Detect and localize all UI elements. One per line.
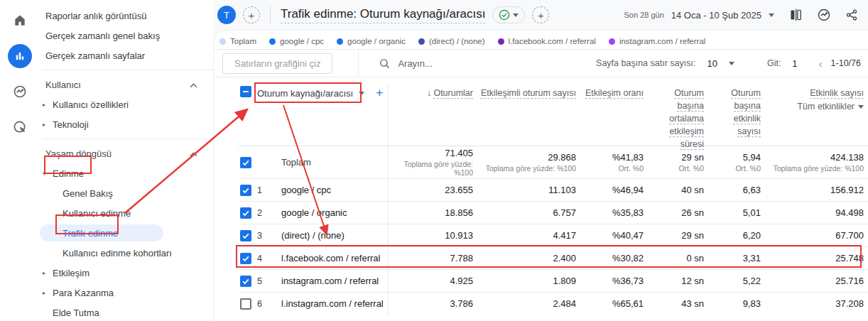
sidebar-divider — [43, 138, 213, 139]
table-row[interactable]: 6 l.instagram.com / referral 3.786 2.484… — [239, 292, 868, 315]
legend-dot — [269, 38, 276, 45]
home-icon[interactable] — [8, 9, 32, 33]
dimension-selector[interactable]: Oturum kaynağı/aracısı + — [257, 86, 388, 100]
goto-page-value[interactable]: 1 — [792, 58, 797, 69]
search-icon — [379, 58, 391, 70]
row-checkbox[interactable] — [240, 230, 251, 241]
rows-per-page-value[interactable]: 10 — [707, 58, 717, 69]
table-row[interactable]: 2 google / organic 18.856 6.757 %35,83 2… — [239, 201, 868, 224]
row-checkbox[interactable] — [240, 253, 251, 264]
select-all-checkbox[interactable] — [240, 86, 251, 97]
sidebar-item-acquisition[interactable]: ▾Edinme — [40, 163, 213, 183]
sidebar-item-monetization[interactable]: ▸Para Kazanma — [40, 283, 213, 303]
report-status-menu[interactable] — [492, 6, 525, 23]
sidebar-item-label: Raporlar anlık görüntüsü — [45, 11, 146, 21]
table-row-highlighted[interactable]: 4 l.facebook.com / referral 7.788 2.400 … — [239, 246, 868, 269]
share-icon[interactable] — [845, 8, 858, 22]
add-comparison-button[interactable]: + — [243, 6, 260, 23]
legend-item[interactable]: l.facebook.com / referral — [498, 37, 596, 45]
check-circle-icon — [499, 9, 510, 21]
table-header-row: Oturum kaynağı/aracısı + ↓Oturumlar Etki… — [239, 77, 868, 146]
sidebar-item-label: Kullanıcı özellikleri — [53, 99, 129, 110]
sidebar-item-label: Elde Tutma — [53, 308, 99, 318]
chart-legend: Toplam google / cpc google / organic (di… — [214, 31, 868, 49]
row-checkbox[interactable] — [240, 157, 251, 168]
chevron-left-icon[interactable]: ‹ — [819, 58, 823, 70]
legend-item[interactable]: google / organic — [337, 37, 406, 45]
report-panel: Toplam google / cpc google / organic (di… — [213, 30, 868, 321]
legend-item[interactable]: Toplam — [219, 37, 256, 45]
column-header-events-per-session[interactable]: Oturum başına etkinlik sayısı — [704, 86, 761, 137]
legend-item[interactable]: (direct) / (none) — [418, 37, 485, 45]
sidebar-item-snapshot[interactable]: Raporlar anlık görüntüsü — [40, 6, 213, 26]
sidebar-item-label: Para Kazanma — [53, 288, 114, 298]
add-dimension-icon[interactable]: + — [376, 86, 383, 100]
legend-dot — [418, 38, 425, 45]
advertising-icon[interactable] — [8, 115, 32, 139]
row-range-label: 1-10/76 — [831, 58, 861, 68]
triangle-right-icon: ▸ — [43, 270, 53, 276]
triangle-right-icon: ▸ — [43, 102, 53, 108]
analytics-app: Raporlar anlık görüntüsü Gerçek zamanlı … — [0, 0, 868, 321]
sort-desc-icon: ↓ — [427, 87, 432, 98]
chevron-up-icon[interactable] — [190, 80, 197, 90]
pagination-controls: Sayfa başına satır sayısı: 10 Git: 1 ‹ 1… — [596, 58, 861, 70]
legend-item[interactable]: instagram.com / referral — [609, 37, 705, 45]
rows-per-page-label: Sayfa başına satır sayısı: — [596, 58, 695, 68]
dimension-label: Oturum kaynağı/aracısı — [257, 88, 353, 99]
column-header-sessions[interactable]: ↓Oturumlar — [388, 86, 473, 150]
sidebar-section-label: Yaşam döngüsü — [45, 148, 112, 159]
column-header-engagement-rate[interactable]: Etkileşim oranı — [576, 86, 644, 99]
avatar[interactable]: T — [217, 6, 236, 24]
table-row[interactable]: 3 (direct) / (none) 10.913 4.417 %40,47 … — [239, 224, 868, 246]
sidebar-item-overview[interactable]: Genel Bakış — [40, 183, 213, 203]
row-checkbox[interactable] — [240, 298, 251, 310]
sidebar-item-label: Kullanıcı edinme — [63, 208, 131, 219]
add-report-button[interactable]: + — [532, 6, 549, 23]
legend-item[interactable]: google / cpc — [269, 37, 324, 45]
chevron-down-icon — [359, 92, 364, 95]
search-input[interactable] — [398, 58, 504, 69]
row-checkbox[interactable] — [240, 276, 251, 287]
sidebar-item-realtime-pages[interactable]: Gerçek zamanlı sayfalar — [40, 45, 213, 65]
sidebar-item-label: Edinme — [53, 168, 84, 179]
comparison-icon[interactable] — [788, 9, 803, 21]
row-checkbox[interactable] — [240, 185, 251, 196]
column-header-avg-engagement-time[interactable]: Oturum başına ortalama etkileşim süresi — [644, 86, 704, 150]
event-filter-selector[interactable]: Tüm etkinlikler — [797, 102, 864, 111]
table-row[interactable]: 1 google / cpc 23.655 11.103 %46,94 40 s… — [239, 178, 868, 201]
sidebar-item-label: Teknoloji — [53, 119, 89, 130]
triangle-down-icon: ▾ — [43, 170, 53, 177]
explore-icon[interactable] — [8, 80, 32, 104]
sidebar-item-traffic-acquisition[interactable]: Trafik edinme — [40, 224, 163, 241]
nav-rail — [0, 0, 40, 321]
legend-dot — [498, 38, 504, 45]
sidebar-section-lifecycle[interactable]: Yaşam döngüsü — [40, 143, 213, 163]
sidebar-item-engagement[interactable]: ▸Etkileşim — [40, 263, 213, 283]
table-search — [358, 50, 504, 77]
row-checkbox[interactable] — [240, 207, 251, 219]
plot-rows-button[interactable]: Satırların grafiğini çiz — [222, 53, 332, 74]
chevron-up-icon[interactable] — [190, 148, 197, 159]
page-title[interactable]: Trafik edinme: Oturum kaynağı/aracısı — [281, 7, 485, 23]
sidebar-item-label: Kullanıcı edinme kohortları — [63, 248, 172, 259]
table-row[interactable]: 5 instagram.com / referral 4.925 1.809 %… — [239, 269, 868, 292]
sidebar-item-user-acquisition[interactable]: Kullanıcı edinme — [40, 203, 213, 223]
column-header-event-count[interactable]: Etkinlik sayısı Tüm etkinlikler — [761, 86, 864, 112]
sidebar-item-realtime-overview[interactable]: Gerçek zamanlı genel bakış — [40, 26, 213, 45]
sidebar-item-tech[interactable]: ▸Teknoloji — [40, 114, 213, 134]
chevron-down-icon[interactable] — [729, 62, 734, 65]
sidebar-item-acquisition-cohorts[interactable]: Kullanıcı edinme kohortları — [40, 243, 213, 263]
report-header: T + Trafik edinme: Oturum kaynağı/aracıs… — [213, 0, 868, 30]
sidebar-item-user-attributes[interactable]: ▸Kullanıcı özellikleri — [40, 94, 213, 114]
chevron-down-icon[interactable] — [769, 13, 774, 17]
column-header-engaged-sessions[interactable]: Etkileşimli oturum sayısı — [473, 86, 576, 99]
date-range-picker[interactable]: 14 Oca - 10 Şub 2025 — [671, 10, 761, 21]
goto-page-label: Git: — [767, 58, 781, 68]
sidebar-divider — [43, 70, 213, 70]
sidebar-item-retention[interactable]: Elde Tutma — [40, 303, 213, 321]
sidebar-section-user[interactable]: Kullanıcı — [40, 75, 213, 94]
reports-icon[interactable] — [8, 44, 32, 68]
insights-icon[interactable] — [817, 8, 831, 22]
sidebar-item-label: Genel Bakış — [63, 188, 113, 199]
